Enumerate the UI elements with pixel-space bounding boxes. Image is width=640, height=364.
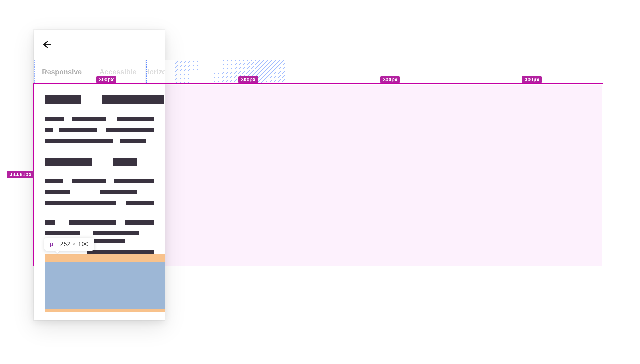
flex-column-guide (318, 84, 318, 265)
skeleton-bar (45, 96, 81, 104)
flex-column-guide (460, 84, 460, 265)
skeleton-bar (45, 158, 92, 166)
tab-label: Horizo (146, 68, 165, 76)
measure-value: 300px (241, 76, 255, 82)
skeleton-bar (102, 96, 164, 104)
measure-value: 300px (99, 76, 114, 82)
tab-horizontal-truncated[interactable]: Horizo (146, 60, 165, 84)
skeleton-heading (45, 158, 154, 166)
skeleton-section (45, 158, 154, 205)
screen-header (34, 30, 165, 59)
boxmodel-content-highlight (45, 262, 165, 309)
skeleton-line (45, 220, 154, 224)
skeleton-heading (45, 96, 154, 104)
back-arrow-icon[interactable] (41, 39, 52, 50)
skeleton-section (45, 96, 154, 143)
flex-column-guide (176, 84, 176, 265)
skeleton-bar (113, 158, 137, 166)
skeleton-line (45, 138, 154, 143)
measure-width-pill: 300px (522, 76, 542, 83)
measure-width-pill: 300px (380, 76, 400, 83)
measure-height-pill: 383.81px (7, 171, 34, 178)
tab-panel-content (34, 84, 165, 254)
measure-value: 300px (525, 76, 539, 82)
skeleton-line (45, 117, 154, 121)
tab-responsive[interactable]: Responsive (34, 60, 90, 84)
element-info-tooltip: p 252 × 100 (45, 238, 94, 250)
tab-label: Accessible (99, 68, 137, 76)
flex-item-separator (175, 60, 176, 84)
flex-item-separator (146, 60, 147, 84)
flex-item-separator (91, 60, 91, 84)
skeleton-line (45, 190, 154, 194)
tooltip-tagname: p (50, 240, 54, 248)
skeleton-paragraph (45, 117, 154, 143)
skeleton-line (45, 179, 154, 184)
skeleton-line (45, 128, 154, 132)
tooltip-dimensions: 252 × 100 (60, 240, 89, 248)
measure-width-pill: 300px (97, 76, 116, 83)
skeleton-line (45, 201, 154, 205)
tab-label: Responsive (42, 68, 82, 76)
skeleton-line (45, 231, 154, 236)
measure-width-pill: 300px (238, 76, 258, 83)
measure-value: 300px (383, 76, 397, 82)
measure-value: 383.81px (10, 171, 32, 177)
skeleton-paragraph (45, 179, 154, 205)
